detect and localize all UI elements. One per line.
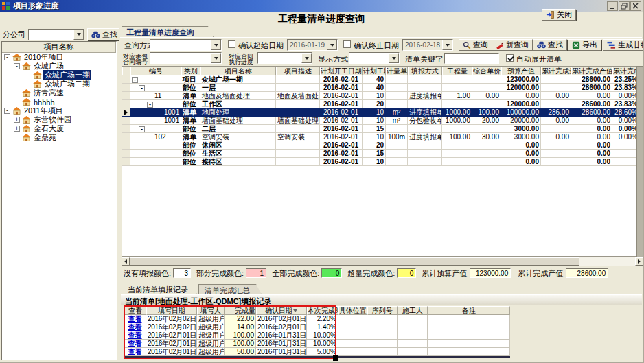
keyword-input[interactable] — [444, 53, 499, 64]
tree-expander-icon[interactable]: + — [14, 117, 20, 123]
grid-row[interactable]: 11 清单 地面及墙面处理 地面及墙面处理 2016-02-01 10 进度填报… — [122, 92, 636, 100]
grid-row[interactable]: - 部位 二层 2016-02-01 15 3000.00 0.00 0.00% — [122, 125, 636, 133]
search-icon — [463, 41, 471, 49]
col-done-qty[interactable]: 完成量 — [225, 306, 256, 315]
col-done-percent[interactable]: 累计完成% — [612, 67, 636, 75]
end-date-picker[interactable]: 2016-02-18 — [402, 39, 453, 51]
start-date-picker[interactable]: 2016-01-19 — [287, 39, 338, 51]
col-write-date[interactable]: 填写日期 — [146, 306, 197, 315]
col-view[interactable]: 查看 — [124, 306, 146, 315]
cell-worker — [398, 340, 428, 348]
tree-expander-icon[interactable]: - — [14, 63, 20, 69]
query-mode-combo[interactable] — [150, 39, 222, 51]
expander-icon[interactable]: - — [147, 102, 153, 108]
find-project-button[interactable]: 查找 — [87, 28, 122, 40]
col-serial[interactable]: 序列号 — [367, 306, 398, 315]
row-number-text: 11 — [154, 92, 161, 99]
cell-write-date: 2016年02月02日 — [146, 323, 197, 331]
row-indicator — [122, 108, 130, 117]
view-link[interactable]: 查看 — [128, 323, 142, 331]
chevron-down-icon[interactable] — [211, 40, 221, 50]
tree-expander-icon[interactable]: + — [14, 126, 20, 132]
scroll-left-icon[interactable] — [122, 257, 130, 266]
expander-icon[interactable]: - — [139, 126, 145, 132]
col-worker[interactable]: 施工人 — [398, 306, 428, 315]
col-quantity[interactable]: 工程量 — [442, 67, 472, 75]
row-indicator — [122, 125, 130, 133]
grid-row[interactable]: 102 清单 空调安装 空调安装 2016-02-01 10 100m 进度填报… — [122, 133, 636, 141]
chevron-down-icon[interactable] — [211, 53, 221, 63]
view-link[interactable]: 查看 — [128, 340, 142, 347]
view-link[interactable]: 查看 — [128, 315, 142, 323]
col-unit-price[interactable]: 综合单价 — [472, 67, 501, 75]
find-button[interactable]: 查找 — [533, 39, 567, 51]
grid-row[interactable]: 1001-1 清单 地面处理 2016-02-01 10 m² 进度填报单 10… — [122, 108, 636, 117]
export-button[interactable]: 导出 — [568, 39, 601, 51]
grid-row[interactable]: 部位 生活区 2016-02-01 15 0.00 0.00 — [122, 150, 636, 158]
house-icon — [22, 98, 31, 106]
scrollbar-thumb[interactable] — [130, 257, 579, 266]
view-link[interactable]: 查看 — [128, 331, 142, 339]
col-plan-start[interactable]: 计划开工日期 — [320, 67, 363, 75]
col-report-method[interactable]: 填报方式 — [408, 67, 442, 75]
grid-row[interactable]: - 项目 众城广场一期 2016-02-01 40 123000.00 2860… — [122, 75, 636, 84]
chevron-down-icon[interactable] — [301, 53, 312, 63]
grid-row[interactable]: - 部位 一层 2016-02-01 40 120000.00 28600.00… — [122, 84, 636, 92]
col-project-name[interactable]: 项目名称 — [200, 67, 276, 75]
new-search-button[interactable]: 新查询 — [492, 39, 533, 51]
chevron-down-icon[interactable] — [442, 40, 452, 50]
col-confirm-date[interactable]: 确认日期 — [256, 306, 307, 315]
tree-expander-icon[interactable]: - — [4, 54, 10, 60]
auto-expand-checkbox[interactable] — [506, 54, 514, 62]
tree-item[interactable]: 济青高速 — [2, 89, 116, 97]
chevron-down-icon[interactable] — [389, 53, 399, 63]
col-number[interactable]: 编号 — [130, 67, 181, 75]
gantt-button[interactable]: 生成甘特图 — [603, 39, 644, 51]
col-category[interactable]: 类别 — [181, 67, 200, 75]
col-budget-value[interactable]: 预算产值 — [501, 67, 541, 75]
minimize-button[interactable] — [607, 1, 618, 11]
chevron-down-icon[interactable] — [73, 30, 84, 40]
tab-current-records[interactable]: 当前清单填报记录 — [122, 283, 197, 294]
tree-item[interactable]: + 金石大厦 — [2, 124, 116, 133]
confirm-start-checkbox[interactable] — [228, 40, 235, 48]
chevron-down-icon[interactable] — [327, 40, 337, 50]
view-link[interactable]: 查看 — [128, 348, 142, 355]
cell-serial — [367, 323, 398, 331]
expander-icon[interactable]: - — [139, 85, 145, 91]
col-description[interactable]: 项目描述 — [276, 67, 320, 75]
col-this-percent[interactable]: 本次完成% — [307, 306, 338, 315]
branch-combo[interactable] — [28, 29, 84, 40]
col-done-quantity[interactable]: 累计完成量 — [541, 67, 571, 75]
cell-category: 部位 — [181, 125, 200, 133]
col-note[interactable]: 备注 — [428, 306, 510, 315]
vertical-scrollbar[interactable] — [636, 66, 643, 257]
col-writer[interactable]: 填写人 — [197, 306, 225, 315]
contract-progress-combo[interactable] — [257, 52, 312, 64]
grid-row[interactable]: 部位 休闲区 2016-02-01 20 0.00 0.00 — [122, 141, 636, 150]
tree-expander-icon[interactable]: - — [4, 108, 10, 114]
window-close-button[interactable] — [630, 1, 641, 11]
col-done-value[interactable]: 累计完成产值 — [571, 67, 612, 75]
grid-row[interactable]: 1001-2 清单 墙面基础处理 墙面基础处理 2016-02-01 10 m²… — [122, 117, 636, 125]
display-mode-combo[interactable] — [349, 52, 400, 64]
cell-unit: m² — [386, 117, 408, 125]
col-plan-duration[interactable]: 计划工期 — [363, 67, 386, 75]
horizontal-scrollbar[interactable] — [122, 257, 643, 266]
grid-row[interactable]: - 部位 工作区 2016-02-01 20 120000.00 28600.0… — [122, 100, 636, 108]
search-button[interactable]: 查询 — [459, 39, 492, 51]
cell-confirm-date: 2016年02月01日 — [256, 323, 307, 331]
expander-icon[interactable]: - — [132, 77, 138, 83]
scroll-right-icon[interactable] — [635, 257, 643, 266]
tab-summary[interactable]: 清单完成汇总 — [198, 284, 262, 294]
restore-button[interactable] — [619, 1, 630, 11]
cell-category: 项目 — [181, 75, 200, 84]
tree-item[interactable]: 金鼎苑 — [2, 133, 116, 142]
grid-row[interactable]: 部位 接待区 2016-02-01 10 0.00 0.00 — [122, 158, 636, 166]
col-position[interactable]: 具体位置 — [338, 306, 367, 315]
col-unit[interactable]: 计量单位 — [386, 67, 408, 75]
confirm-end-checkbox[interactable] — [343, 40, 351, 48]
tab-progress-query[interactable]: 工程量清单进度查询 — [122, 26, 214, 37]
contract-no-combo[interactable] — [150, 52, 222, 64]
close-panel-button[interactable]: 关闭 — [542, 9, 576, 21]
